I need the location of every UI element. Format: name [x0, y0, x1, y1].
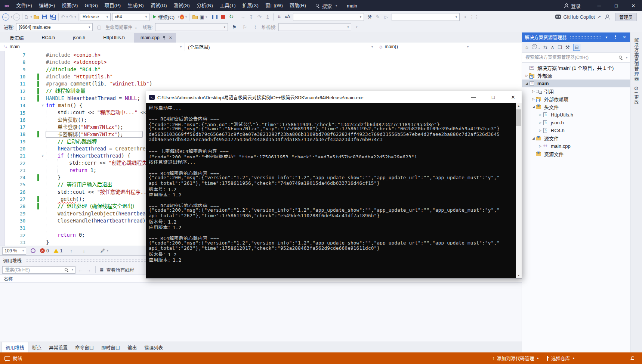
- tree-expander-icon[interactable]: ▷: [531, 97, 536, 101]
- menu-item[interactable]: 工具(T): [216, 0, 239, 11]
- bottom-tab-输出[interactable]: 输出: [124, 342, 141, 352]
- tree-expander-icon[interactable]: ▷: [538, 121, 543, 124]
- scope-dropdown[interactable]: (全局范围)▾: [185, 43, 376, 51]
- close-tab-icon[interactable]: ✕: [169, 35, 172, 40]
- pin-icon[interactable]: [612, 35, 618, 39]
- tree-item-HttpUtils.h[interactable]: ▷HttpUtils.h: [522, 111, 630, 119]
- back-arrow-icon[interactable]: ←: [78, 267, 83, 273]
- wrench-icon[interactable]: ⚒: [565, 44, 570, 50]
- console-minimize-button[interactable]: —: [465, 91, 482, 103]
- side-tab-Git 更改[interactable]: Git 更改: [633, 87, 639, 105]
- console-window[interactable]: >_ C:\Users\Administrator\Desktop\易语言极简云…: [146, 91, 522, 279]
- menu-item[interactable]: Git(G): [81, 0, 101, 11]
- thread-dropdown[interactable]: ▾: [155, 23, 228, 31]
- configuration-dropdown[interactable]: Release▾: [80, 13, 111, 21]
- tree-item-源文件[interactable]: ◢源文件: [522, 134, 630, 142]
- github-copilot-button[interactable]: GitHub Copilot: [555, 12, 595, 21]
- tree-expander-icon[interactable]: ▷: [538, 113, 543, 116]
- tree-expander-icon[interactable]: ▷: [524, 74, 529, 77]
- run-query-icon[interactable]: ▷: [382, 12, 390, 21]
- redo-button[interactable]: ↷▾: [68, 12, 77, 21]
- pending-changes-filter-icon[interactable]: ▾: [532, 44, 540, 50]
- tree-expander-icon[interactable]: ◢: [531, 137, 536, 140]
- tree-item-资源文件[interactable]: 资源文件: [522, 150, 630, 158]
- fold-chevron-icon[interactable]: ∨: [39, 104, 46, 107]
- toolbar-options-icon[interactable]: ▪: [461, 12, 469, 21]
- wand-icon[interactable]: ⚒: [365, 12, 374, 21]
- properties-icon[interactable]: ❏: [558, 44, 562, 50]
- menu-item[interactable]: 分析(N): [193, 0, 216, 11]
- bottom-tab-命令窗口[interactable]: 命令窗口: [71, 342, 98, 352]
- bottom-tab-异常设置[interactable]: 异常设置: [45, 342, 71, 352]
- previous-issue-button[interactable]: ↑: [67, 246, 75, 255]
- member-dropdown[interactable]: ◇ main()▾: [376, 43, 472, 51]
- scroll-down-icon[interactable]: ▼: [516, 273, 522, 278]
- scrollbar-thumb[interactable]: [516, 109, 521, 126]
- console-close-button[interactable]: ✕: [504, 91, 522, 103]
- document-health-icon[interactable]: [31, 248, 36, 253]
- scroll-up-icon[interactable]: ▲: [516, 103, 522, 109]
- stackframe-dropdown[interactable]: ▾: [278, 23, 351, 31]
- tree-item-头文件[interactable]: ◢头文件: [522, 103, 630, 111]
- navigate-back-button[interactable]: ←▾: [2, 12, 12, 21]
- view-all-threads-button[interactable]: 查看所有线程: [106, 266, 134, 273]
- secondary-combo[interactable]: ▾: [392, 13, 460, 21]
- console-title-bar[interactable]: >_ C:\Users\Administrator\Desktop\易语言极简云…: [146, 91, 522, 103]
- solution-explorer-header[interactable]: 解决方案资源管理器 ▾ ✕: [522, 32, 630, 42]
- step-over-button[interactable]: ↷: [255, 12, 263, 21]
- call-stack-body[interactable]: [0, 283, 522, 342]
- tree-expander-icon[interactable]: ▷: [531, 90, 536, 93]
- navigate-forward-button[interactable]: →: [12, 12, 21, 21]
- edit-icon[interactable]: ✎: [374, 12, 382, 21]
- close-icon[interactable]: ✕: [621, 35, 627, 39]
- code-cleanup-button[interactable]: 🖉▾: [100, 246, 108, 255]
- undo-button[interactable]: ↶▾: [60, 12, 68, 21]
- share-button[interactable]: ↗: [595, 12, 603, 21]
- signin-button[interactable]: 登录: [564, 2, 581, 9]
- menu-item[interactable]: 视图(V): [58, 0, 81, 11]
- bottom-tab-调用堆栈[interactable]: 调用堆栈: [1, 342, 28, 352]
- document-tab[interactable]: main.cpp✕: [134, 33, 176, 43]
- show-all-files-toggle[interactable]: ⊟: [573, 44, 580, 51]
- platform-dropdown[interactable]: x64▾: [112, 13, 149, 21]
- menu-item[interactable]: 调试(D): [147, 0, 170, 11]
- tree-item-RC4.h[interactable]: ▷RC4.h: [522, 127, 630, 134]
- error-count-button[interactable]: ✕ 0: [40, 248, 49, 253]
- call-stack-search-input[interactable]: [4, 267, 63, 273]
- minimize-button[interactable]: ─: [590, 0, 608, 11]
- new-file-button[interactable]: 🗋▾: [24, 12, 32, 21]
- title-search-box[interactable]: 搜索 ▾: [315, 2, 337, 9]
- restart-button[interactable]: ↻: [227, 12, 235, 21]
- hot-reload-button[interactable]: ▾: [179, 12, 188, 21]
- project-dropdown[interactable]: ⁺₊ main▾: [0, 43, 185, 51]
- menu-item[interactable]: 编辑(E): [36, 0, 58, 11]
- document-tab[interactable]: RC4.h: [33, 33, 64, 43]
- tree-expander-icon[interactable]: ▷: [538, 144, 543, 148]
- console-scrollbar[interactable]: ▲ ▼: [516, 103, 522, 278]
- call-stack-search[interactable]: ▾: [2, 266, 75, 274]
- open-file-button[interactable]: [32, 12, 40, 21]
- process-dropdown[interactable]: [9664] main.exe▾: [16, 23, 93, 31]
- select-repository-button[interactable]: 选择仓库 ▲: [546, 355, 575, 362]
- zoom-dropdown[interactable]: 109 %▾: [2, 247, 26, 255]
- tree-item-main[interactable]: ◢main: [522, 80, 630, 87]
- tree-item-json.h[interactable]: ▷json.h: [522, 119, 630, 127]
- tree-item-解决方案 'main' (1 个项目，共 1 个)[interactable]: 解决方案 'main' (1 个项目，共 1 个): [522, 64, 630, 72]
- menu-item[interactable]: 扩展(X): [239, 0, 262, 11]
- toolbar-overflow-chevron[interactable]: ▾: [356, 25, 357, 29]
- window-position-chevron-icon[interactable]: ▾: [604, 35, 609, 39]
- tree-item-main.cpp[interactable]: ▷main.cpp: [522, 142, 630, 150]
- menu-item[interactable]: 文件(F): [13, 0, 36, 11]
- tree-expander-icon[interactable]: ◢: [531, 105, 536, 109]
- solution-explorer-search[interactable]: ▾: [522, 53, 630, 63]
- tree-expander-icon[interactable]: ◢: [524, 82, 529, 85]
- document-tab[interactable]: json.h: [64, 33, 94, 43]
- pin-icon[interactable]: [163, 36, 166, 40]
- next-issue-button[interactable]: ↓: [80, 246, 88, 255]
- toolbar-overflow-icon[interactable]: ⋮⋮: [469, 12, 479, 21]
- tree-item-引用[interactable]: ▷引用: [522, 87, 630, 95]
- menu-item[interactable]: 测试(S): [170, 0, 193, 11]
- menu-item[interactable]: 帮助(H): [286, 0, 309, 11]
- flag-outline-icon[interactable]: ⚐: [241, 23, 249, 32]
- tree-item-外部依赖项[interactable]: ▷↗外部依赖项: [522, 95, 630, 103]
